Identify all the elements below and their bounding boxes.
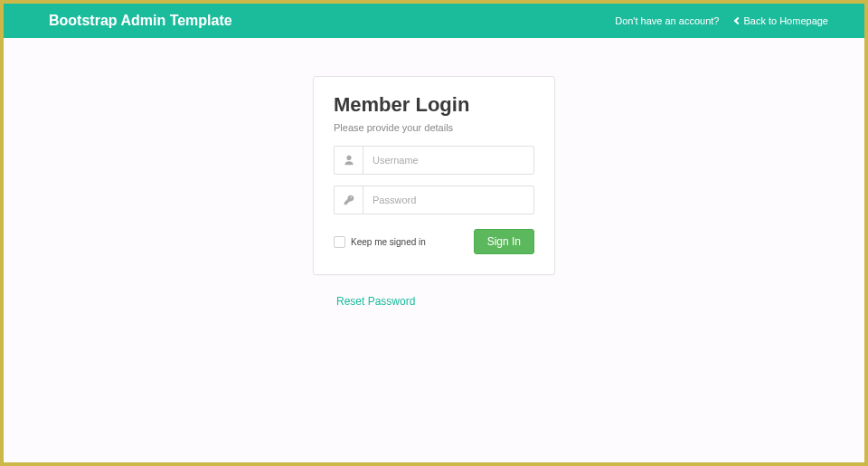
keep-signed-in-wrap[interactable]: Keep me signed in [334,236,426,248]
keep-signed-in-checkbox[interactable] [334,236,345,248]
login-card: Member Login Please provide your details… [313,76,555,275]
keep-signed-in-label: Keep me signed in [351,237,426,247]
signin-button[interactable]: Sign In [474,229,534,254]
login-title: Member Login [334,93,534,117]
username-group [334,146,534,175]
password-input[interactable] [363,186,533,214]
back-home-link[interactable]: Back to Homepage [735,15,828,26]
header-links: Don't have an account? Back to Homepage [615,15,828,26]
form-footer: Keep me signed in Sign In [334,229,534,254]
login-column: Member Login Please provide your details… [313,76,555,308]
main-content: Member Login Please provide your details… [4,38,864,308]
reset-wrap: Reset Password [313,295,555,308]
key-icon [335,186,363,214]
password-group [334,185,534,214]
login-subtitle: Please provide your details [334,122,534,133]
username-input[interactable] [363,147,533,174]
signup-link[interactable]: Don't have an account? [615,15,719,26]
signup-link-text: Don't have an account? [615,15,719,26]
brand-title: Bootstrap Admin Template [49,13,232,29]
reset-password-link[interactable]: Reset Password [336,295,555,308]
user-icon [335,147,363,174]
top-header: Bootstrap Admin Template Don't have an a… [4,4,864,38]
chevron-left-icon [734,17,741,24]
back-home-text: Back to Homepage [743,15,828,26]
